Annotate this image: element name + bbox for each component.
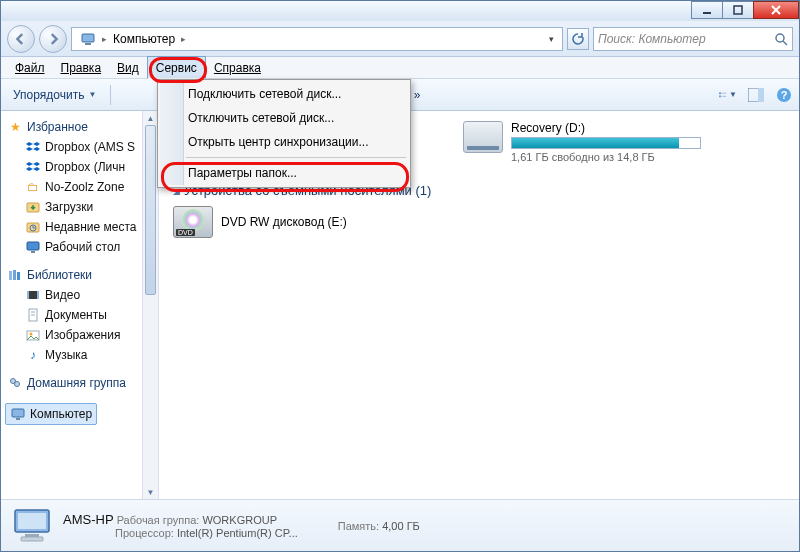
help-button[interactable]: ? bbox=[775, 86, 793, 104]
svg-line-7 bbox=[783, 41, 787, 45]
desktop-icon bbox=[25, 239, 41, 255]
downloads-icon bbox=[25, 199, 41, 215]
titlebar bbox=[1, 1, 799, 21]
minimize-button[interactable] bbox=[691, 1, 723, 19]
sidebar-item-recent[interactable]: Недавние места bbox=[7, 217, 154, 237]
menu-help[interactable]: Справка bbox=[206, 57, 269, 78]
sidebar-item-images[interactable]: Изображения bbox=[7, 325, 154, 345]
scroll-thumb[interactable] bbox=[145, 125, 156, 295]
libraries-icon bbox=[7, 267, 23, 283]
dvd-drive-label: DVD RW дисковод (E:) bbox=[221, 206, 347, 238]
svg-point-33 bbox=[15, 382, 20, 387]
search-box[interactable]: Поиск: Компьютер bbox=[593, 27, 793, 51]
svg-rect-9 bbox=[719, 95, 721, 97]
drive-d-usage-bar bbox=[511, 137, 701, 149]
computer-header[interactable]: Компьютер bbox=[5, 401, 154, 427]
sidebar-item-desktop[interactable]: Рабочий стол bbox=[7, 237, 154, 257]
sidebar-item-dropbox-personal[interactable]: Dropbox (Личн bbox=[7, 157, 154, 177]
back-button[interactable] bbox=[7, 25, 35, 53]
documents-icon bbox=[25, 307, 41, 323]
dropbox-icon bbox=[25, 159, 41, 175]
menu-disconnect-network-drive[interactable]: Отключить сетевой диск... bbox=[160, 106, 408, 130]
svg-rect-5 bbox=[85, 43, 91, 45]
folder-icon: 🗀 bbox=[25, 179, 41, 195]
sidebar-item-downloads[interactable]: Загрузки bbox=[7, 197, 154, 217]
nav-pane: ★Избранное Dropbox (AMS S Dropbox (Личн … bbox=[1, 111, 159, 499]
dvd-icon: DVD bbox=[173, 206, 213, 238]
svg-rect-26 bbox=[37, 291, 39, 299]
homegroup-icon bbox=[7, 375, 23, 391]
drive-d-subtext: 1,61 ГБ свободно из 14,8 ГБ bbox=[511, 151, 701, 163]
menu-view[interactable]: Вид bbox=[109, 57, 147, 78]
drive-d[interactable]: Recovery (D:) 1,61 ГБ свободно из 14,8 Г… bbox=[463, 121, 723, 163]
address-bar[interactable]: ▸ Компьютер ▸ ▾ bbox=[71, 27, 563, 51]
libraries-header[interactable]: Библиотеки bbox=[7, 265, 154, 285]
explorer-window: ▸ Компьютер ▸ ▾ Поиск: Компьютер Файл Пр… bbox=[0, 0, 800, 552]
svg-rect-25 bbox=[27, 291, 29, 299]
drive-icon bbox=[463, 121, 503, 153]
dvd-drive[interactable]: DVD DVD RW дисковод (E:) bbox=[173, 206, 433, 238]
svg-point-6 bbox=[776, 34, 784, 42]
close-button[interactable] bbox=[753, 1, 799, 19]
svg-rect-39 bbox=[21, 537, 43, 541]
menu-file[interactable]: Файл bbox=[7, 57, 53, 78]
star-icon: ★ bbox=[7, 119, 23, 135]
toolbar-overflow[interactable]: » bbox=[414, 88, 421, 102]
svg-rect-20 bbox=[31, 251, 35, 253]
favorites-header[interactable]: ★Избранное bbox=[7, 117, 154, 137]
nav-row: ▸ Компьютер ▸ ▾ Поиск: Компьютер bbox=[1, 21, 799, 57]
menu-tools[interactable]: Сервис bbox=[147, 56, 206, 79]
details-name: AMS-HP bbox=[63, 512, 114, 527]
organize-button[interactable]: Упорядочить ▼ bbox=[7, 86, 102, 104]
svg-text:?: ? bbox=[781, 89, 788, 101]
dropbox-icon bbox=[25, 139, 41, 155]
sidebar-scrollbar[interactable]: ▲ ▼ bbox=[142, 111, 158, 499]
scroll-down-icon[interactable]: ▼ bbox=[143, 485, 158, 499]
video-icon bbox=[25, 287, 41, 303]
homegroup-header[interactable]: Домашняя группа bbox=[7, 373, 154, 393]
svg-point-31 bbox=[30, 333, 33, 336]
search-placeholder: Поиск: Компьютер bbox=[598, 32, 706, 46]
images-icon bbox=[25, 327, 41, 343]
menu-edit[interactable]: Правка bbox=[53, 57, 110, 78]
maximize-button[interactable] bbox=[722, 1, 754, 19]
sidebar-item-dropbox-ams[interactable]: Dropbox (AMS S bbox=[7, 137, 154, 157]
drive-d-fill bbox=[512, 138, 679, 148]
addr-dropdown-icon[interactable]: ▾ bbox=[543, 28, 560, 50]
svg-rect-4 bbox=[82, 34, 94, 42]
svg-rect-35 bbox=[16, 418, 20, 420]
svg-rect-23 bbox=[17, 272, 20, 280]
chevron-down-icon: ▼ bbox=[88, 90, 96, 99]
search-icon bbox=[774, 32, 788, 46]
breadcrumb-computer[interactable]: Компьютер bbox=[107, 28, 181, 50]
svg-rect-13 bbox=[758, 88, 764, 102]
refresh-button[interactable] bbox=[567, 28, 589, 50]
menu-map-network-drive[interactable]: Подключить сетевой диск... bbox=[160, 82, 408, 106]
sidebar-item-video[interactable]: Видео bbox=[7, 285, 154, 305]
drive-d-label: Recovery (D:) bbox=[511, 121, 701, 135]
svg-rect-37 bbox=[18, 513, 46, 529]
svg-rect-22 bbox=[13, 270, 16, 280]
menu-bar: Файл Правка Вид Сервис Справка bbox=[1, 57, 799, 79]
sidebar-item-docs[interactable]: Документы bbox=[7, 305, 154, 325]
computer-icon bbox=[74, 28, 102, 50]
sidebar-item-nozoolz[interactable]: 🗀No-Zoolz Zone bbox=[7, 177, 154, 197]
forward-button[interactable] bbox=[39, 25, 67, 53]
computer-icon bbox=[10, 406, 26, 422]
computer-large-icon bbox=[11, 506, 53, 546]
chevron-down-icon: ▼ bbox=[729, 90, 737, 99]
menu-separator bbox=[186, 157, 406, 158]
scroll-up-icon[interactable]: ▲ bbox=[143, 111, 158, 125]
menu-open-sync-center[interactable]: Открыть центр синхронизации... bbox=[160, 130, 408, 154]
svg-rect-19 bbox=[27, 242, 39, 250]
svg-rect-1 bbox=[734, 6, 742, 14]
recent-icon bbox=[25, 219, 41, 235]
sidebar-item-music[interactable]: ♪Музыка bbox=[7, 345, 154, 365]
details-pane: AMS-HP Рабочая группа: WORKGROUP Процесс… bbox=[1, 499, 799, 551]
music-icon: ♪ bbox=[25, 347, 41, 363]
preview-pane-button[interactable] bbox=[747, 86, 765, 104]
menu-folder-options[interactable]: Параметры папок... bbox=[160, 161, 408, 185]
view-mode-button[interactable]: ▼ bbox=[719, 86, 737, 104]
svg-rect-8 bbox=[719, 92, 721, 94]
svg-rect-21 bbox=[9, 271, 12, 280]
